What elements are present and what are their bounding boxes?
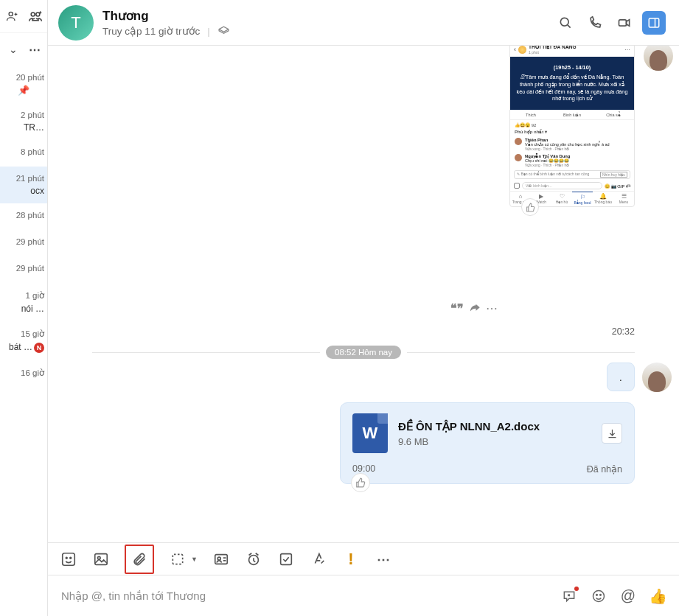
svg-point-8	[70, 557, 72, 559]
svg-point-13	[217, 557, 220, 560]
send-like-button[interactable]: 👍	[650, 588, 666, 604]
contact-status: Truy cập 11 giờ trước |	[102, 25, 554, 38]
tag-icon[interactable]	[217, 25, 230, 38]
forward-icon[interactable]	[468, 301, 481, 315]
file-name: ĐỀ ÔN TẬP NLNN_A2.docx	[398, 420, 591, 433]
conversation-item[interactable]: 29 phút	[0, 230, 47, 256]
comment-input: Viết bình luận…	[522, 182, 602, 189]
reminder-icon[interactable]	[245, 550, 262, 568]
conversation-item[interactable]: 21 phútocx	[0, 167, 47, 203]
call-icon[interactable]	[583, 11, 607, 35]
chat-header: T Thương Truy cập 11 giờ trước |	[48, 0, 679, 46]
image-card: ‹ THỜI TIẾT ĐÀ NẴNG 1 phút ⋯ (19h25 - 14…	[509, 46, 635, 207]
message-input[interactable]	[61, 589, 561, 602]
svg-rect-11	[173, 554, 182, 564]
task-icon[interactable]	[277, 550, 295, 568]
more-compose-icon[interactable]: ⋯	[375, 550, 392, 568]
svg-rect-6	[63, 553, 75, 565]
svg-point-7	[66, 557, 67, 559]
screenshot-dropdown-caret[interactable]: ▼	[191, 556, 198, 563]
file-react-button[interactable]	[351, 473, 370, 492]
chat-body: ‹ THỜI TIẾT ĐÀ NẴNG 1 phút ⋯ (19h25 - 14…	[48, 46, 679, 542]
own-text-message[interactable]: .	[607, 363, 635, 391]
conversation-item[interactable]: 16 giờ	[0, 360, 47, 388]
avatar[interactable]: T	[58, 5, 94, 41]
sidebar: ⌄ ⋯ 20 phút📌2 phútTR…8 phút21 phútocx28 …	[0, 0, 48, 616]
conversation-item[interactable]: 2 phútTR…	[0, 103, 47, 140]
svg-point-16	[593, 590, 605, 601]
conversation-list: 20 phút📌2 phútTR…8 phút21 phútocx28 phút…	[0, 66, 47, 616]
comment-action: Bình luận	[551, 111, 593, 119]
sidebar-controls: ⌄ ⋯	[0, 33, 47, 66]
filter-chevron-icon[interactable]: ⌄	[4, 39, 21, 60]
header-actions	[554, 11, 666, 35]
svg-point-17	[596, 594, 598, 595]
svg-point-1	[31, 13, 35, 16]
svg-point-18	[600, 594, 602, 595]
own-file-message[interactable]: W ĐỀ ÔN TẬP NLNN_A2.docx 9.6 MB 09:00 Đã…	[340, 402, 635, 484]
header-info: Thương Truy cập 11 giờ trước |	[102, 8, 554, 38]
share-action: Chia sẻ	[593, 111, 634, 119]
more-icon[interactable]: ⋯	[26, 39, 43, 60]
conversation-item[interactable]: 1 giờnói …	[0, 283, 47, 321]
sticker-icon[interactable]	[60, 550, 77, 568]
compose-actions: @ 👍	[561, 588, 666, 604]
svg-point-3	[560, 18, 568, 26]
contact-card-icon[interactable]	[212, 550, 230, 568]
create-group-icon[interactable]	[26, 6, 44, 27]
camera-mini-icon	[514, 183, 520, 189]
message-hover-toolbar: ❝❞ ⋯	[445, 298, 504, 318]
image-icon[interactable]	[92, 550, 110, 568]
file-status: Đã nhận	[587, 463, 622, 475]
contact-name: Thương	[102, 8, 554, 24]
file-time: 09:00	[352, 463, 375, 475]
message-bubble: .	[607, 363, 635, 391]
compose-toolbar: ▼ ! ⋯	[48, 542, 679, 575]
reactions-row: 👍😆😮 92 Phù hợp nhất ▾	[510, 120, 634, 136]
panel-toggle-icon[interactable]	[642, 11, 666, 35]
sidebar-top	[0, 0, 47, 33]
add-friend-icon[interactable]	[3, 6, 21, 27]
search-icon[interactable]	[554, 11, 577, 35]
svg-rect-4	[619, 19, 627, 25]
conversation-item[interactable]: 15 giờbát …N	[0, 321, 47, 360]
card-more-icon: ⋯	[624, 46, 630, 53]
conversation-item[interactable]: 8 phút	[0, 140, 47, 167]
sender-avatar[interactable]	[644, 46, 673, 71]
conversation-item[interactable]: 28 phút	[0, 203, 47, 230]
format-icon[interactable]	[310, 550, 327, 568]
mention-icon[interactable]: @	[620, 588, 636, 604]
file-type-icon: W	[352, 413, 388, 453]
priority-icon[interactable]: !	[342, 550, 360, 568]
video-call-icon[interactable]	[613, 11, 636, 35]
attach-file-button[interactable]	[125, 545, 154, 574]
conversation-item[interactable]: 20 phút📌	[0, 66, 47, 103]
react-button[interactable]	[521, 198, 539, 216]
own-avatar[interactable]	[642, 363, 672, 392]
screenshot-icon[interactable]	[169, 550, 187, 568]
quote-icon[interactable]: ❝❞	[450, 301, 464, 315]
page-title: THỜI TIẾT ĐÀ NẴNG	[529, 46, 576, 49]
post-actions: Thích Bình luận Chia sẻ	[510, 110, 634, 120]
date-divider: 08:52 Hôm nay	[92, 346, 635, 359]
back-icon: ‹	[514, 46, 516, 53]
file-size: 9.6 MB	[398, 436, 591, 447]
conversation-item[interactable]: 29 phút	[0, 256, 47, 283]
more-actions-icon[interactable]: ⋯	[486, 301, 498, 315]
emoji-icon[interactable]	[591, 588, 607, 604]
last-seen: Truy cập 11 giờ trước	[102, 25, 200, 37]
received-image-message[interactable]: ‹ THỜI TIẾT ĐÀ NẴNG 1 phút ⋯ (19h25 - 14…	[509, 46, 635, 207]
divider-label: 08:52 Hôm nay	[326, 346, 401, 359]
quick-reply-icon[interactable]	[561, 588, 577, 604]
page-subtitle: 1 phút	[529, 50, 539, 55]
svg-rect-15	[281, 553, 292, 564]
download-button[interactable]	[602, 423, 622, 444]
like-action: Thích	[510, 111, 551, 119]
post-body: (19h25 - 14/10) ⛈Tâm mưa đang đổ dồn về …	[510, 57, 634, 110]
pin-icon: 📌	[3, 85, 44, 96]
image-msg-time: 20:32	[612, 326, 635, 337]
page-logo	[518, 46, 526, 54]
svg-point-2	[35, 13, 39, 16]
svg-rect-5	[649, 18, 659, 27]
svg-point-0	[9, 12, 13, 15]
